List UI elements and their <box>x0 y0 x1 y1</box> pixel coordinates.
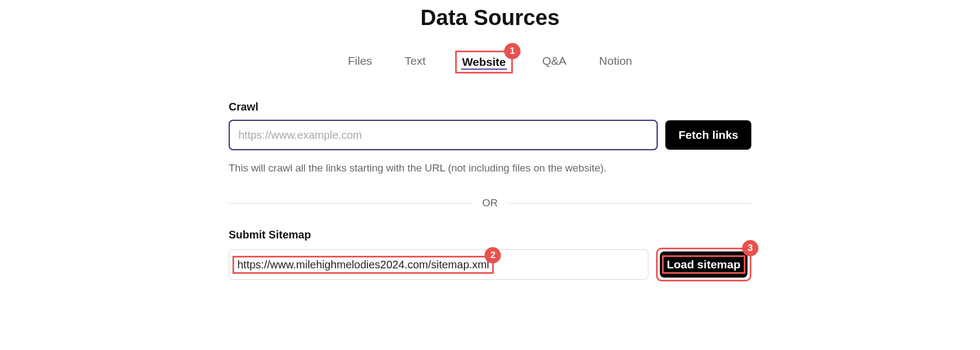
tabs: Files Text Website 1 Q&A Notion <box>0 51 980 73</box>
tab-files[interactable]: Files <box>345 51 375 71</box>
divider-line-left <box>229 203 471 204</box>
page-title: Data Sources <box>0 5 980 30</box>
sitemap-url-input[interactable]: https://www.milehighmelodies2024.com/sit… <box>229 249 648 280</box>
sitemap-row: https://www.milehighmelodies2024.com/sit… <box>229 248 751 281</box>
crawl-row: Fetch links <box>229 120 751 150</box>
divider: OR <box>229 197 751 209</box>
crawl-label: Crawl <box>229 101 751 113</box>
sitemap-value: https://www.milehighmelodies2024.com/sit… <box>237 259 489 271</box>
tab-text[interactable]: Text <box>401 51 429 71</box>
divider-label: OR <box>482 197 498 209</box>
load-sitemap-label: Load sitemap <box>662 255 745 274</box>
tab-notion[interactable]: Notion <box>596 51 635 71</box>
load-sitemap-inner: Load sitemap <box>660 251 748 278</box>
tab-qna[interactable]: Q&A <box>539 51 569 71</box>
step-badge-1: 1 <box>504 43 520 59</box>
tab-website-label: Website <box>462 56 506 68</box>
crawl-help-text: This will crawl all the links starting w… <box>229 162 751 174</box>
load-sitemap-button[interactable]: Load sitemap 3 <box>656 248 751 281</box>
step-badge-2: 2 <box>485 247 501 263</box>
step-badge-3: 3 <box>742 240 758 256</box>
crawl-url-input[interactable] <box>229 120 658 150</box>
fetch-links-button[interactable]: Fetch links <box>665 120 751 150</box>
sitemap-label: Submit Sitemap <box>229 229 751 241</box>
tab-website[interactable]: Website 1 <box>455 51 513 73</box>
sitemap-highlight: https://www.milehighmelodies2024.com/sit… <box>232 256 494 274</box>
divider-line-right <box>509 203 751 204</box>
content-area: Crawl Fetch links This will crawl all th… <box>229 101 751 281</box>
